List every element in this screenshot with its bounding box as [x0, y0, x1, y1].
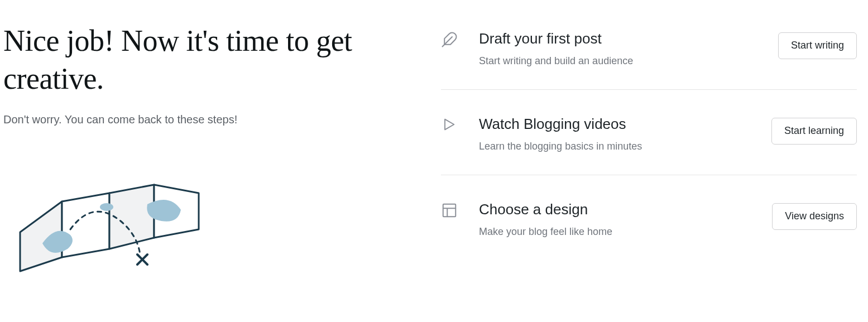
- svg-marker-1: [62, 193, 109, 257]
- start-writing-button[interactable]: Start writing: [778, 32, 857, 59]
- task-list: Draft your first post Start writing and …: [441, 22, 857, 260]
- task-title: Choose a design: [479, 201, 761, 218]
- page-subtitle: Don't worry. You can come back to these …: [3, 113, 402, 126]
- task-desc: Learn the blogging basics in minutes: [479, 141, 760, 152]
- task-draft-post: Draft your first post Start writing and …: [441, 22, 857, 90]
- task-title: Draft your first post: [479, 30, 767, 47]
- feather-icon: [441, 30, 479, 48]
- task-title: Watch Blogging videos: [479, 116, 760, 133]
- page-title: Nice job! Now it's time to get creative.: [3, 22, 402, 98]
- task-desc: Start writing and build an audience: [479, 55, 767, 67]
- svg-rect-9: [443, 204, 456, 217]
- map-illustration: [9, 171, 402, 285]
- layout-icon: [441, 201, 479, 219]
- svg-line-7: [443, 37, 453, 47]
- task-desc: Make your blog feel like home: [479, 226, 761, 238]
- task-choose-design: Choose a design Make your blog feel like…: [441, 175, 857, 260]
- svg-point-4: [100, 203, 113, 211]
- start-learning-button[interactable]: Start learning: [771, 118, 857, 145]
- task-watch-videos: Watch Blogging videos Learn the blogging…: [441, 90, 857, 175]
- svg-marker-8: [445, 119, 454, 130]
- view-designs-button[interactable]: View designs: [772, 203, 857, 230]
- play-icon: [441, 116, 479, 132]
